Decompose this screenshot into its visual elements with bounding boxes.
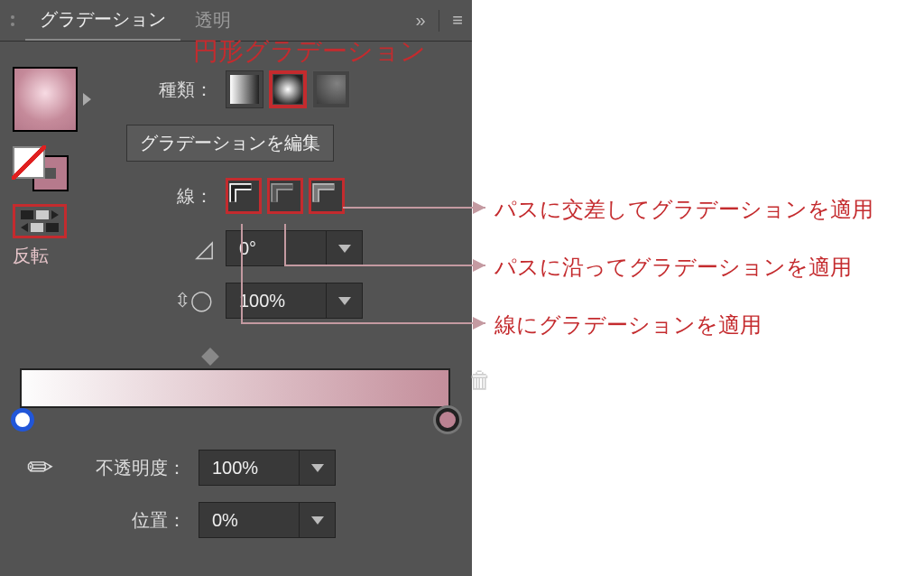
label-opacity: 不透明度： xyxy=(78,456,186,480)
annotation-stroke-along: パスに沿ってグラデーションを適用 xyxy=(494,253,852,282)
tab-gradient[interactable]: グラデーション xyxy=(25,0,180,41)
angle-input[interactable]: 0° xyxy=(226,230,363,266)
annotation-stroke-across: パスに交差してグラデーションを適用 xyxy=(494,195,873,224)
type-freeform-button[interactable] xyxy=(312,70,350,108)
gradient-slider[interactable]: 🗑 xyxy=(20,358,450,408)
eyedropper-icon[interactable]: ✎ xyxy=(18,446,61,489)
type-radial-button[interactable] xyxy=(269,70,307,108)
type-linear-button[interactable] xyxy=(226,70,263,108)
aspect-ratio-icon: ⇳◯ xyxy=(126,289,213,312)
color-stop-start[interactable] xyxy=(11,408,34,432)
svg-marker-2 xyxy=(473,317,485,330)
angle-icon: ◿ xyxy=(126,235,213,263)
aspect-input[interactable]: 100% xyxy=(226,283,363,319)
stroke-apply-within-button[interactable] xyxy=(226,178,262,214)
panel-menu-icon[interactable]: ≡ xyxy=(443,10,472,31)
panel-grip-icon[interactable] xyxy=(0,15,25,26)
midpoint-diamond[interactable] xyxy=(201,348,219,366)
stroke-apply-across-button[interactable] xyxy=(309,178,345,214)
annotation-stroke-within: 線にグラデーションを適用 xyxy=(494,311,762,339)
fill-swatch-none[interactable] xyxy=(13,146,45,179)
stroke-apply-along-button[interactable] xyxy=(267,178,303,214)
label-line: 線： xyxy=(126,184,213,209)
position-dropdown[interactable] xyxy=(299,503,335,537)
annotation-radial-gradient: 円形グラデーション xyxy=(193,34,426,69)
color-stop-end[interactable] xyxy=(436,408,459,432)
divider xyxy=(439,10,439,32)
trash-icon[interactable]: 🗑 xyxy=(468,367,492,395)
swatch-dropdown-icon[interactable] xyxy=(83,93,91,106)
reverse-gradient-button[interactable] xyxy=(13,204,67,238)
gradient-preview-swatch[interactable] xyxy=(13,67,78,132)
opacity-dropdown[interactable] xyxy=(299,451,335,485)
annotation-reverse: 反転 xyxy=(13,244,91,268)
fill-stroke-selector[interactable] xyxy=(13,146,67,190)
aspect-dropdown[interactable] xyxy=(326,283,362,318)
label-position: 位置： xyxy=(78,508,186,533)
opacity-input[interactable]: 100% xyxy=(199,450,336,486)
svg-marker-1 xyxy=(473,259,485,272)
collapse-icon[interactable]: » xyxy=(406,10,435,31)
edit-gradient-button[interactable]: グラデーションを編集 xyxy=(126,125,334,162)
position-input[interactable]: 0% xyxy=(199,502,336,538)
gradient-bar[interactable] xyxy=(20,368,450,408)
label-type: 種類： xyxy=(126,78,213,102)
gradient-panel: グラデーション 透明 » ≡ 円形グラデーション 反転 種類： xyxy=(0,0,472,576)
angle-dropdown[interactable] xyxy=(326,231,362,265)
svg-marker-0 xyxy=(473,201,485,214)
